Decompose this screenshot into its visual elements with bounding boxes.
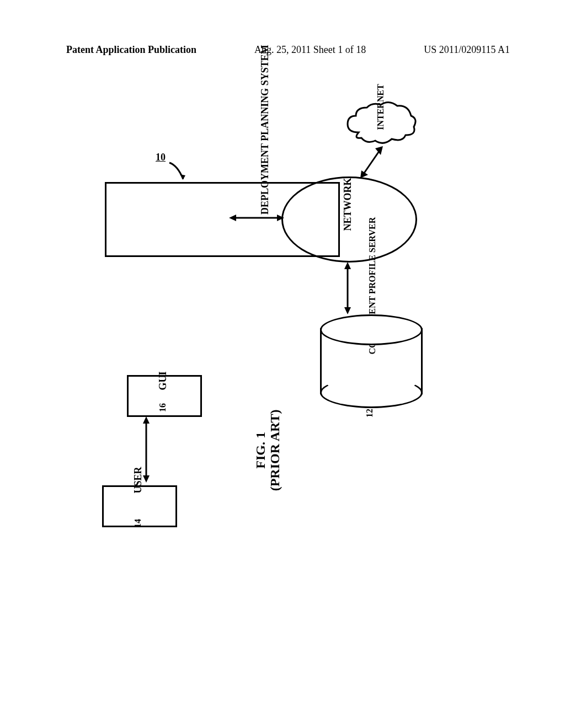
server-number: 12: [365, 402, 375, 424]
svg-marker-3: [143, 475, 150, 483]
figure-caption: FIG. 1 (PRIOR ART): [253, 409, 282, 491]
gui-number: 16: [158, 391, 168, 424]
header-center: Aug. 25, 2011 Sheet 1 of 18: [254, 44, 366, 56]
header-right: US 2011/0209115 A1: [424, 44, 510, 56]
deployment-label: DEPLOYMENT PLANNING SYSTEM: [260, 71, 270, 215]
internet-label: INTERNET: [376, 79, 386, 135]
reference-10: 10: [156, 152, 166, 163]
arrow-network-server: [337, 259, 359, 317]
page-header: Patent Application Publication Aug. 25, …: [0, 0, 565, 61]
arrow-network-internet: [356, 141, 389, 182]
svg-marker-9: [344, 307, 351, 314]
user-number: 14: [133, 501, 143, 545]
arrow-user-gui: [135, 414, 157, 485]
arrow-deployment-network: [226, 207, 287, 229]
caption-line1: FIG. 1: [253, 432, 268, 469]
header-left: Patent Application Publication: [66, 44, 196, 56]
svg-line-10: [363, 149, 381, 175]
svg-marker-5: [229, 215, 236, 221]
caption-line2: (PRIOR ART): [268, 409, 282, 491]
svg-marker-12: [375, 146, 383, 155]
database-icon: [320, 314, 419, 408]
svg-marker-6: [277, 215, 284, 221]
diagram: USER 14 DEPLOYMENT PLANNING SYSTEM 10 GU…: [72, 99, 486, 568]
svg-marker-2: [143, 416, 150, 424]
network-label: NETWORK: [342, 177, 354, 232]
svg-marker-8: [344, 262, 351, 269]
leader-arrow-10: [167, 160, 189, 185]
